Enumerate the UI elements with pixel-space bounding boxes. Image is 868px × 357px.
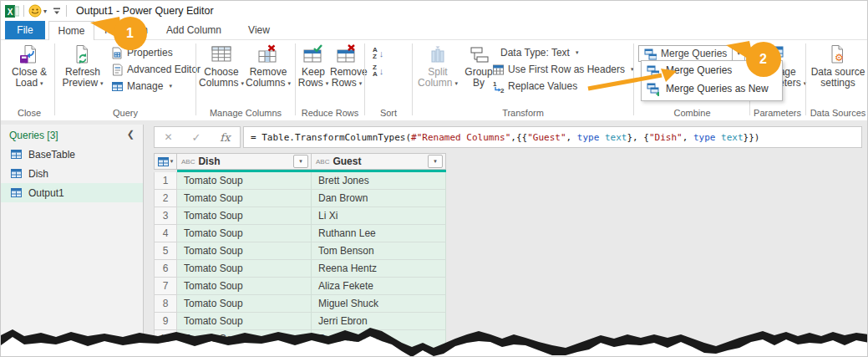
dish-cell[interactable]: Tomato Soup (177, 172, 312, 190)
remove-columns-icon (246, 44, 291, 66)
dish-filter-button[interactable]: ▾ (293, 155, 308, 168)
sort-descending-button[interactable]: ZA ↓ (373, 63, 393, 79)
row-number-cell[interactable]: 6 (154, 260, 177, 278)
smiley-dropdown-caret[interactable]: ▾ (43, 8, 47, 15)
text-type-icon: ABC (316, 158, 329, 166)
ribbon-group-manage-columns: Choose Columns▾ Remove Columns▾ Manage C… (197, 40, 294, 120)
guest-filter-button[interactable]: ▾ (428, 155, 443, 168)
guest-cell[interactable]: Dan Brown (312, 190, 446, 207)
close-and-load-icon (8, 44, 51, 66)
choose-columns-icon (199, 44, 244, 66)
collapse-pane-chevron-icon[interactable]: ❮ (127, 129, 135, 140)
feedback-smiley-button[interactable]: ▾ (28, 4, 47, 18)
group-separator (54, 43, 55, 115)
guest-cell[interactable]: Tom Benson (312, 242, 446, 260)
remove-columns-button[interactable]: Remove Columns▾ (246, 44, 291, 89)
svg-text:2: 2 (500, 87, 505, 93)
sort-ascending-button[interactable]: AZ ↓ (373, 45, 393, 61)
column-header-guest[interactable]: ABC Guest ▾ (312, 153, 446, 170)
group-label-reduce-rows: Reduce Rows (297, 108, 363, 118)
query-name: Dish (28, 168, 48, 180)
guest-cell[interactable]: Miguel Shuck (312, 295, 446, 313)
queries-list: BaseTable Dish Output1 (1, 145, 143, 202)
svg-text:1: 1 (493, 80, 497, 88)
query-list-item[interactable]: Dish (1, 164, 143, 183)
sort-za-icon: ZA (373, 64, 378, 78)
group-label-transform: Transform (414, 108, 632, 118)
annotation-arrow (581, 66, 682, 93)
query-list-item[interactable]: BaseTable (1, 145, 143, 164)
first-row-headers-icon (492, 64, 505, 76)
queries-pane-header: Queries [3] (9, 130, 58, 141)
dropdown-caret: ▾ (326, 80, 329, 86)
row-number-cell[interactable]: 2 (154, 190, 177, 207)
titlebar-separator (66, 5, 67, 17)
dropdown-caret: ▾ (576, 49, 579, 56)
row-number-cell[interactable]: 5 (154, 242, 177, 260)
dish-cell[interactable]: Tomato Soup (177, 225, 312, 242)
ribbon-group-sort: AZ ↓ ZA ↓ Sort (366, 40, 411, 120)
table-header-row: ▾ ABC Dish ▾ ABC Guest ▾ (154, 153, 446, 170)
keep-rows-button[interactable]: Keep Rows▾ (297, 44, 330, 89)
fx-icon: fx (220, 131, 230, 144)
formula-bar-controls: ✕ ✓ fx (154, 126, 241, 148)
dish-cell[interactable]: Tomato Soup (177, 278, 312, 295)
guest-cell[interactable]: Reena Hentz (312, 260, 446, 278)
table-icon (11, 187, 22, 198)
replace-values-icon: 12 (492, 80, 505, 93)
table-row: 5 Tomato Soup Tom Benson (154, 242, 446, 260)
tab-file[interactable]: File (5, 21, 45, 39)
group-label-manage-columns: Manage Columns (197, 108, 294, 118)
table-row: 3 Tomato Soup Li Xi (154, 207, 446, 225)
table-icon (11, 149, 22, 160)
dish-cell[interactable]: Tomato Soup (177, 260, 312, 278)
row-number-cell[interactable]: 1 (154, 172, 177, 190)
dropdown-caret: ▾ (359, 80, 363, 86)
dish-cell[interactable]: Tomato Soup (177, 207, 312, 225)
guest-cell[interactable]: Aliza Fekete (312, 278, 446, 295)
data-type-button[interactable]: Data Type: Text ▾ (500, 45, 578, 60)
data-source-settings-button[interactable]: ⚙ Data source settings (809, 44, 867, 88)
customize-quick-access-toolbar-button[interactable] (52, 6, 62, 16)
row-number-cell[interactable]: 3 (154, 207, 177, 225)
group-label-query: Query (56, 108, 195, 118)
choose-columns-button[interactable]: Choose Columns▾ (199, 44, 244, 89)
preview-table: ▾ ABC Dish ▾ ABC Guest ▾ 1 Tomato Soup B… (154, 153, 446, 170)
tab-view[interactable]: View (240, 21, 278, 39)
remove-rows-button[interactable]: Remove Rows▾ (330, 44, 363, 89)
row-number-cell[interactable]: 7 (154, 278, 177, 295)
guest-cell[interactable]: Ruthann Lee (312, 225, 446, 242)
manage-button[interactable]: Manage ▾ (111, 79, 172, 94)
row-number-cell[interactable]: 4 (154, 225, 177, 242)
close-and-load-button[interactable]: Close & Load▾ (8, 44, 51, 89)
query-name: BaseTable (28, 149, 75, 161)
query-list-item[interactable]: Output1 (1, 183, 143, 202)
table-row: 2 Tomato Soup Dan Brown (154, 190, 446, 207)
guest-cell[interactable]: Brett Jones (312, 172, 446, 190)
down-arrow-icon: ↓ (379, 50, 384, 57)
cancel-formula-icon[interactable]: ✕ (164, 131, 172, 143)
dropdown-caret: ▾ (287, 80, 291, 86)
callout-step1-shape (84, 11, 153, 58)
column-header-dish[interactable]: ABC Dish ▾ (177, 153, 312, 170)
advanced-editor-button[interactable]: Advanced Editor (111, 62, 201, 77)
replace-values-button[interactable]: 12 Replace Values (492, 79, 577, 94)
split-column-icon (417, 44, 459, 66)
row-number-cell[interactable]: 8 (154, 295, 177, 313)
commit-formula-icon[interactable]: ✓ (191, 131, 201, 144)
table-row: 6 Tomato Soup Reena Hentz (154, 260, 446, 278)
tab-add-column[interactable]: Add Column (163, 21, 225, 39)
svg-text:⚙: ⚙ (835, 52, 844, 64)
formula-input[interactable]: = Table.TransformColumnTypes(#"Renamed C… (243, 126, 862, 148)
group-separator (412, 43, 413, 115)
group-separator (295, 43, 296, 115)
callout-step2-shape (719, 36, 786, 83)
guest-cell[interactable]: Li Xi (312, 207, 446, 225)
table-icon (11, 168, 22, 179)
dish-cell[interactable]: Tomato Soup (177, 190, 312, 207)
dish-cell[interactable]: Tomato Soup (177, 242, 312, 260)
dish-cell[interactable]: Tomato Soup (177, 295, 312, 313)
split-column-button[interactable]: Split Column▾ (417, 44, 459, 89)
data-source-settings-icon: ⚙ (809, 44, 867, 66)
table-corner-button[interactable]: ▾ (154, 153, 177, 170)
